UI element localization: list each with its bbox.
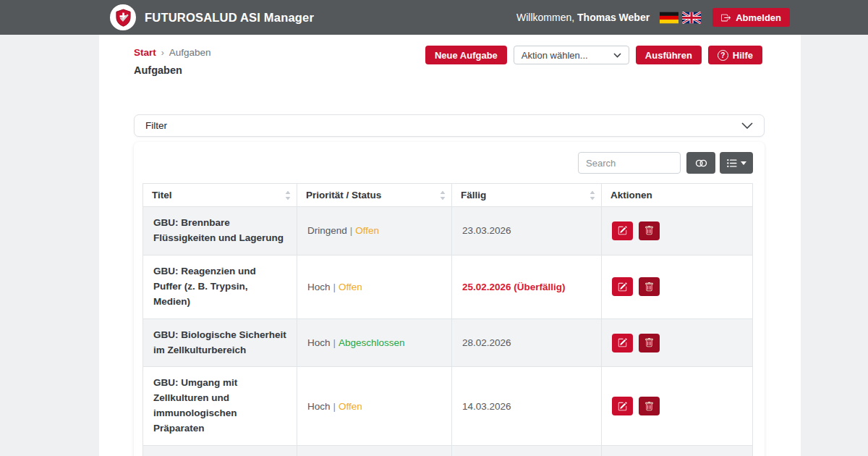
columns-dropdown-button[interactable] — [720, 152, 753, 174]
pencil-square-icon — [618, 226, 627, 235]
edit-task-button[interactable] — [612, 334, 633, 352]
trash-icon — [644, 338, 654, 347]
language-switcher — [660, 12, 701, 24]
logout-button[interactable]: Abmelden — [712, 8, 790, 27]
table-row: GBU: Umgang mit Zellkulturen und immunol… — [143, 367, 753, 446]
column-label: Fällig — [461, 190, 486, 200]
task-due-date: 18.03.2026 — [452, 446, 602, 456]
toggle-view-icon — [695, 159, 707, 168]
table-header-row: Titel Priorität / Status Fällig Akt — [143, 184, 753, 207]
filter-label: Filter — [145, 120, 167, 131]
table-row: GBU: Brennbare Flüssigkeiten und Lagerun… — [143, 207, 753, 256]
column-header-due[interactable]: Fällig — [452, 184, 602, 207]
german-flag-icon[interactable] — [660, 12, 678, 24]
help-button[interactable]: ? Hilfe — [708, 46, 762, 64]
task-status: Offen — [339, 282, 362, 292]
pencil-square-icon — [618, 402, 627, 411]
top-header-bar: FUTUROSALUD ASI Manager Willkommen, Thom… — [0, 0, 868, 35]
table-row: GBU: Biologische Sicherheit im Zellkultu… — [143, 318, 753, 367]
task-due-date: 23.03.2026 — [452, 207, 602, 256]
task-title: GBU: Brennbare Flüssigkeiten und Lagerun… — [143, 207, 297, 256]
app-logo — [110, 4, 136, 30]
sort-icon[interactable] — [440, 190, 446, 200]
task-priority-status-cell: Hoch|Offen — [297, 367, 452, 446]
column-label: Aktionen — [610, 190, 652, 200]
delete-task-button[interactable] — [639, 221, 660, 240]
delete-task-button[interactable] — [639, 277, 660, 296]
question-circle-icon: ? — [718, 50, 728, 61]
sort-icon[interactable] — [285, 190, 291, 200]
task-priority-status-cell: Hoch|Abgeschlossen — [297, 318, 452, 367]
action-select-value: Aktion wählen... — [522, 50, 588, 61]
task-status: Abgeschlossen — [339, 337, 405, 348]
pipe-separator: | — [347, 225, 356, 236]
welcome-text: Willkommen, Thomas Weber — [516, 12, 650, 23]
delete-task-button[interactable] — [639, 334, 660, 352]
task-actions-cell — [602, 367, 753, 446]
user-name: Thomas Weber — [577, 12, 650, 23]
logout-label: Abmelden — [736, 12, 781, 23]
breadcrumb-home-link[interactable]: Start — [134, 47, 156, 58]
trash-icon — [644, 282, 654, 292]
app-title: FUTUROSALUD ASI Manager — [145, 11, 314, 25]
task-title: GBU: Gentechnische Arbeiten (GVO S1) — [143, 446, 297, 456]
toggle-view-button[interactable] — [686, 152, 715, 174]
task-status: Offen — [355, 225, 379, 236]
edit-task-button[interactable] — [612, 221, 633, 240]
task-actions-cell — [602, 318, 753, 367]
task-due-date: 14.03.2026 — [452, 367, 602, 446]
task-due-date: 25.02.2026 (Überfällig) — [452, 255, 602, 318]
sort-icon[interactable] — [590, 190, 595, 200]
uk-flag-icon[interactable] — [682, 12, 701, 24]
edit-task-button[interactable] — [612, 277, 633, 296]
help-label: Hilfe — [733, 50, 753, 61]
task-due-date: 28.02.2026 — [452, 318, 602, 367]
task-priority: Hoch — [307, 401, 331, 412]
app-viewport: FUTUROSALUD ASI Manager Willkommen, Thom… — [0, 0, 868, 456]
execute-label: Ausführen — [645, 50, 692, 61]
box-arrow-right-icon — [721, 13, 731, 22]
pipe-separator: | — [331, 401, 339, 412]
task-title: GBU: Biologische Sicherheit im Zellkultu… — [143, 318, 297, 367]
table-body: GBU: Brennbare Flüssigkeiten und Lagerun… — [143, 207, 753, 456]
columns-list-icon — [727, 159, 737, 168]
page-actions-toolbar: Neue Aufgabe Aktion wählen... Ausführen … — [425, 46, 762, 64]
breadcrumb-separator: › — [161, 48, 164, 58]
task-title: GBU: Umgang mit Zellkulturen und immunol… — [143, 367, 297, 446]
table-row: GBU: Gentechnische Arbeiten (GVO S1) Hoc… — [143, 446, 753, 456]
table-row: GBU: Reagenzien und Puffer (z. B. Trypsi… — [143, 255, 753, 318]
task-priority: Hoch — [307, 337, 331, 348]
column-label: Titel — [152, 190, 172, 200]
page-title: Aufgaben — [134, 64, 182, 76]
task-priority-status-cell: Hoch|Offen — [297, 446, 452, 456]
task-priority-status-cell: Dringend|Offen — [297, 207, 452, 256]
new-task-button[interactable]: Neue Aufgabe — [425, 46, 507, 64]
column-header-title[interactable]: Titel — [143, 184, 297, 207]
pipe-separator: | — [331, 282, 339, 292]
header-right-group: Willkommen, Thomas Weber — [516, 8, 790, 27]
edit-task-button[interactable] — [612, 397, 633, 415]
task-actions-cell — [602, 446, 753, 456]
task-title: GBU: Reagenzien und Puffer (z. B. Trypsi… — [143, 255, 297, 318]
main-content-column: Start › Aufgaben Aufgaben Neue Aufgabe A… — [99, 35, 801, 456]
shield-cross-check-icon — [115, 9, 132, 27]
breadcrumb: Start › Aufgaben — [134, 47, 211, 58]
pencil-square-icon — [618, 282, 627, 292]
chevron-down-icon — [613, 53, 621, 58]
delete-task-button[interactable] — [639, 397, 660, 415]
column-label: Priorität / Status — [306, 190, 381, 200]
execute-button[interactable]: Ausführen — [636, 46, 702, 64]
pencil-square-icon — [618, 338, 627, 347]
search-input[interactable] — [578, 152, 681, 174]
column-header-priority-status[interactable]: Priorität / Status — [297, 184, 452, 207]
trash-icon — [644, 226, 654, 235]
task-actions-cell — [602, 207, 753, 256]
tasks-table-card: Titel Priorität / Status Fällig Akt — [134, 142, 765, 456]
breadcrumb-current: Aufgaben — [169, 47, 211, 58]
task-priority: Dringend — [307, 225, 347, 236]
tasks-table: Titel Priorität / Status Fällig Akt — [142, 183, 753, 456]
table-toolbar — [142, 152, 753, 174]
filter-accordion-header[interactable]: Filter — [134, 114, 765, 137]
task-priority-status-cell: Hoch|Offen — [297, 255, 452, 318]
action-select[interactable]: Aktion wählen... — [514, 46, 629, 64]
